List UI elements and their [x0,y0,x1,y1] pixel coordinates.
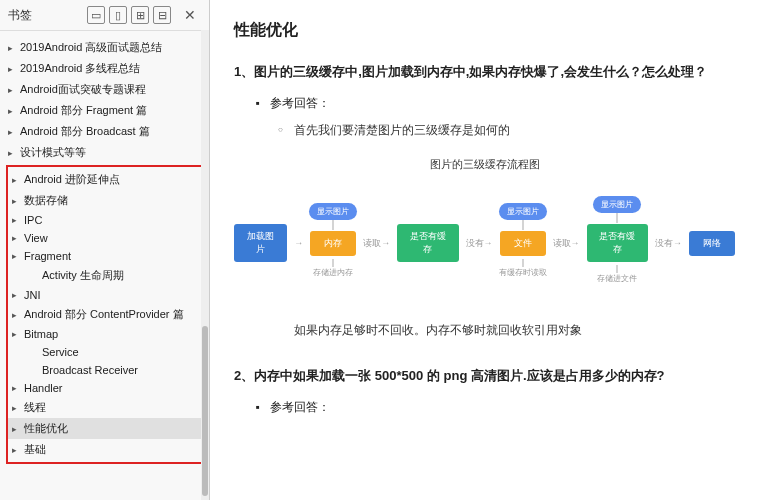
sub-point-1: 首先我们要清楚图片的三级缓存是如何的 [294,122,735,139]
bookmark-item[interactable]: ▸Android 进阶延伸点 [8,169,201,190]
bookmark-item[interactable]: ▸Bitmap [8,325,201,343]
flow-edge: 读取→ [552,237,581,250]
bookmark-item[interactable]: ▸Android 部分 Fragment 篇 [4,100,205,121]
flowchart: 加载图片→内存显示图片存储进内存读取→是否有缓存没有→文件显示图片有缓存时读取读… [234,188,735,298]
bookmark-label: Handler [24,382,63,394]
flow-edge: 没有→ [654,237,683,250]
question-2: 2、内存中如果加载一张 500*500 的 png 高清图片.应该是占用多少的内… [234,363,735,389]
highlighted-group: ▸Android 进阶延伸点▸数据存储▸IPC▸View▸FragmentAct… [6,165,203,464]
bookmark-label: Activity 生命周期 [42,268,124,283]
flow-node-hascache: 是否有缓存 [397,224,458,262]
bookmark-label: IPC [24,214,42,226]
flow-edge: → [293,238,304,248]
bookmark-item[interactable]: ▸JNI [8,286,201,304]
bookmark-item[interactable]: ▸Android面试突破专题课程 [4,79,205,100]
bookmark-label: JNI [24,289,41,301]
chevron-right-icon: ▸ [12,310,22,320]
bookmarks-sidebar: 书签 ▭ ▯ ⊞ ⊟ ✕ ▸2019Android 高级面试题总结▸2019An… [0,0,210,500]
bookmark-item[interactable]: ▸基础 [8,439,201,460]
bookmark-label: 线程 [24,400,46,415]
bookmark-label: Android 部分 Broadcast 篇 [20,124,150,139]
close-icon[interactable]: ✕ [181,6,199,24]
chevron-right-icon: ▸ [12,445,22,455]
question-1: 1、图片的三级缓存中,图片加载到内存中,如果内存快爆了,会发生什么？怎么处理？ [234,59,735,85]
chevron-right-icon: ▸ [12,403,22,413]
expand-icon[interactable]: ⊞ [131,6,149,24]
chevron-right-icon: ▸ [12,424,22,434]
bookmark-label: Service [42,346,79,358]
chevron-right-icon: ▸ [12,233,22,243]
bookmark-label: 性能优化 [24,421,68,436]
answer-label-1: 参考回答： [270,95,735,112]
chevron-right-icon: ▸ [8,85,18,95]
bookmark-label: 基础 [24,442,46,457]
bookmark-item[interactable]: ▸Fragment [8,247,201,265]
bookmark-item[interactable]: ▸IPC [8,211,201,229]
bookmark-label: 设计模式等等 [20,145,86,160]
layout-icon-1[interactable]: ▭ [87,6,105,24]
chevron-right-icon: ▸ [8,148,18,158]
bookmark-label: Bitmap [24,328,58,340]
answer-label-2: 参考回答： [270,399,735,416]
flow-edge: 没有→ [465,237,494,250]
bookmark-label: 2019Android 多线程总结 [20,61,140,76]
flow-bottom-label: 存储进内存 [313,267,353,278]
bookmark-label: View [24,232,48,244]
bookmark-item[interactable]: ▸设计模式等等 [4,142,205,163]
chevron-right-icon: ▸ [8,106,18,116]
bookmark-item[interactable]: Broadcast Receiver [8,361,201,379]
bookmark-item[interactable]: ▸线程 [8,397,201,418]
bookmark-item[interactable]: ▸Handler [8,379,201,397]
bookmark-item[interactable]: ▸Android 部分 ContentProvider 篇 [8,304,201,325]
bookmark-label: Fragment [24,250,71,262]
bookmark-tree: ▸2019Android 高级面试题总结▸2019Android 多线程总结▸A… [0,31,209,500]
main-content: 性能优化 1、图片的三级缓存中,图片加载到内存中,如果内存快爆了,会发生什么？怎… [210,0,759,500]
flow-bottom-label: 有缓存时读取 [499,267,547,278]
bookmark-label: Android 部分 Fragment 篇 [20,103,147,118]
bookmark-item[interactable]: ▸性能优化 [8,418,201,439]
flow-bottom-label: 存储进文件 [597,273,637,284]
chevron-right-icon: ▸ [12,175,22,185]
chevron-right-icon: ▸ [12,383,22,393]
layout-icon-2[interactable]: ▯ [109,6,127,24]
bookmark-item[interactable]: ▸2019Android 高级面试题总结 [4,37,205,58]
flow-node-hascache2: 是否有缓存显示图片存储进文件 [587,224,648,262]
bookmark-label: Broadcast Receiver [42,364,138,376]
chevron-right-icon: ▸ [12,329,22,339]
flow-top-label: 显示图片 [309,203,357,220]
flow-node-mem: 内存显示图片存储进内存 [310,231,356,256]
scrollbar-thumb[interactable] [202,326,208,496]
bookmark-label: 数据存储 [24,193,68,208]
sidebar-title: 书签 [8,7,85,24]
chevron-right-icon: ▸ [12,251,22,261]
page-title: 性能优化 [234,20,735,41]
bookmark-label: Android面试突破专题课程 [20,82,146,97]
collapse-icon[interactable]: ⊟ [153,6,171,24]
bookmark-label: Android 进阶延伸点 [24,172,120,187]
sidebar-header: 书签 ▭ ▯ ⊞ ⊟ ✕ [0,0,209,31]
flow-top-label: 显示图片 [499,203,547,220]
bookmark-label: 2019Android 高级面试题总结 [20,40,162,55]
chevron-right-icon: ▸ [12,196,22,206]
chevron-right-icon: ▸ [8,43,18,53]
bookmark-item[interactable]: ▸Android 部分 Broadcast 篇 [4,121,205,142]
bookmark-item[interactable]: ▸2019Android 多线程总结 [4,58,205,79]
flow-node-file: 文件显示图片有缓存时读取 [500,231,546,256]
bookmark-item[interactable]: ▸数据存储 [8,190,201,211]
bookmark-item[interactable]: ▸View [8,229,201,247]
chevron-right-icon: ▸ [12,215,22,225]
flow-edge: 读取→ [362,237,391,250]
bookmark-item[interactable]: Service [8,343,201,361]
chevron-right-icon: ▸ [8,127,18,137]
flow-node-load: 加载图片 [234,224,287,262]
scrollbar[interactable] [201,30,209,500]
bookmark-label: Android 部分 ContentProvider 篇 [24,307,184,322]
chart-title: 图片的三级缓存流程图 [234,157,735,172]
flow-node-net: 网络 [689,231,735,256]
note-text: 如果内存足够时不回收。内存不够时就回收软引用对象 [294,322,735,339]
chevron-right-icon: ▸ [8,64,18,74]
flow-top-label: 显示图片 [593,196,641,213]
chevron-right-icon: ▸ [12,290,22,300]
bookmark-item[interactable]: Activity 生命周期 [8,265,201,286]
